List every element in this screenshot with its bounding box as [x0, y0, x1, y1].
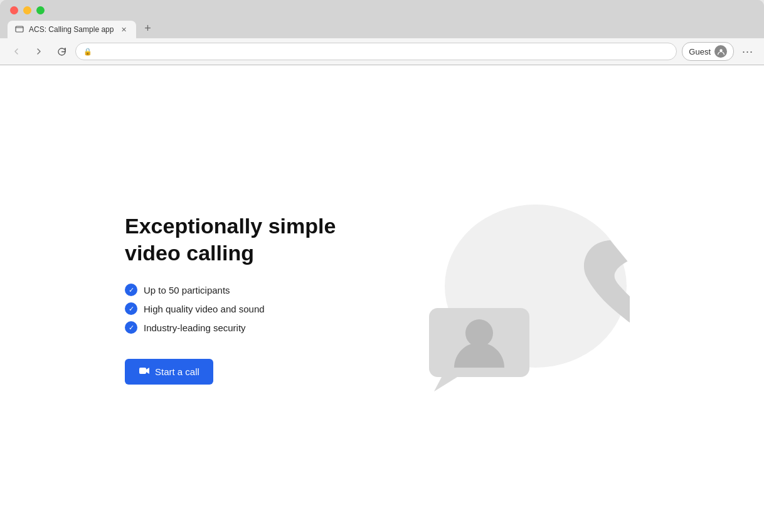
main-title: Exceptionally simple video calling — [125, 213, 382, 266]
feature-item-1: ✓ Up to 50 participants — [125, 284, 382, 296]
left-content: Exceptionally simple video calling ✓ Up … — [125, 213, 382, 385]
svg-rect-3 — [139, 368, 146, 374]
tab-close-button[interactable]: ✕ — [119, 24, 129, 35]
tab-bar: ACS: Calling Sample app ✕ + — [8, 19, 756, 38]
page-content: Exceptionally simple video calling ✓ Up … — [0, 65, 764, 532]
active-tab[interactable]: ACS: Calling Sample app ✕ — [8, 21, 136, 38]
more-options-button[interactable]: ··· — [739, 43, 756, 60]
back-button[interactable] — [8, 43, 25, 60]
video-camera-icon — [139, 366, 150, 377]
address-bar: 🔒 Guest ··· — [0, 38, 764, 65]
browser-window: ACS: Calling Sample app ✕ + 🔒 — [0, 0, 764, 532]
feature-item-2: ✓ High quality video and sound — [125, 302, 382, 315]
profile-label: Guest — [689, 47, 711, 56]
check-icon-1: ✓ — [125, 284, 137, 296]
reload-button[interactable] — [53, 43, 70, 60]
window-controls — [8, 6, 756, 14]
calling-illustration — [391, 198, 630, 399]
check-icon-3: ✓ — [125, 321, 137, 334]
profile-button[interactable]: Guest — [682, 42, 734, 61]
tab-title: ACS: Calling Sample app — [29, 25, 114, 34]
feature-text-3: Industry-leading security — [144, 322, 246, 333]
illustration-container — [391, 198, 630, 399]
title-bar: ACS: Calling Sample app ✕ + — [0, 0, 764, 38]
avatar — [714, 45, 727, 58]
new-tab-button[interactable]: + — [139, 19, 156, 37]
url-bar[interactable]: 🔒 — [75, 43, 677, 60]
right-illustration — [382, 192, 639, 405]
profile-area: Guest ··· — [682, 42, 756, 61]
maximize-button[interactable] — [36, 6, 45, 14]
feature-item-3: ✓ Industry-leading security — [125, 321, 382, 334]
page-inner: Exceptionally simple video calling ✓ Up … — [100, 192, 664, 405]
feature-list: ✓ Up to 50 participants ✓ High quality v… — [125, 284, 382, 334]
check-icon-2: ✓ — [125, 302, 137, 315]
forward-button[interactable] — [30, 43, 48, 60]
start-call-button[interactable]: Start a call — [125, 359, 213, 385]
feature-text-2: High quality video and sound — [144, 304, 265, 314]
close-button[interactable] — [10, 6, 18, 14]
tab-favicon-icon — [15, 25, 24, 34]
feature-text-1: Up to 50 participants — [144, 285, 230, 295]
svg-rect-0 — [16, 26, 23, 32]
minimize-button[interactable] — [23, 6, 31, 14]
lock-icon: 🔒 — [83, 48, 92, 56]
start-call-label: Start a call — [155, 366, 199, 377]
